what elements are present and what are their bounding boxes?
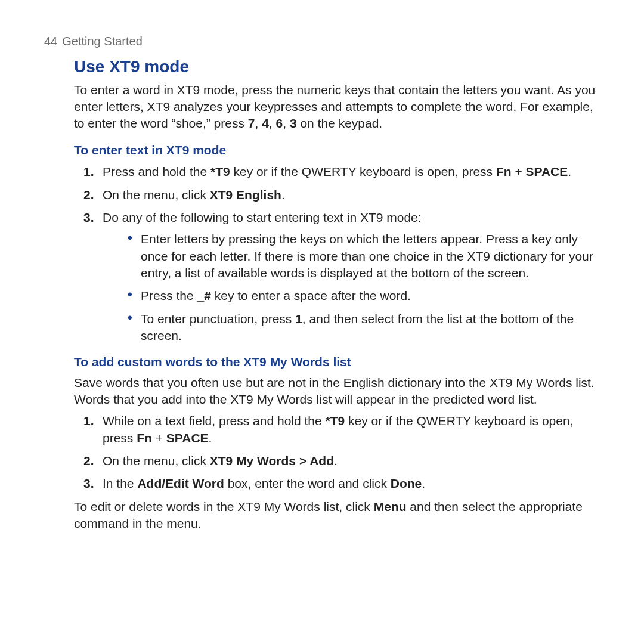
steps-enter-text: Press and hold the *T9 key or if the QWE…	[74, 163, 599, 344]
bullet-item: Enter letters by pressing the keys on wh…	[141, 231, 599, 281]
sub-bullets: Enter letters by pressing the keys on wh…	[103, 231, 599, 344]
bullet-item: Press the _# key to enter a space after …	[141, 287, 599, 304]
step-item: Do any of the following to start enterin…	[101, 209, 599, 344]
subsection-title-my-words: To add custom words to the XT9 My Words …	[74, 354, 599, 370]
page-header: 44Getting Started	[44, 33, 601, 49]
step-item: On the menu, click XT9 English.	[101, 187, 599, 203]
step-item: While on a text field, press and hold th…	[101, 413, 599, 447]
step-item: On the menu, click XT9 My Words > Add.	[101, 453, 599, 469]
sub2-outro: To edit or delete words in the XT9 My Wo…	[74, 499, 599, 532]
section-intro: To enter a word in XT9 mode, press the n…	[74, 82, 599, 132]
chapter-name: Getting Started	[62, 35, 143, 48]
page-content: Use XT9 mode To enter a word in XT9 mode…	[74, 55, 599, 532]
step-item: In the Add/Edit Word box, enter the word…	[101, 475, 599, 492]
steps-my-words: While on a text field, press and hold th…	[74, 413, 599, 492]
subsection-title-enter-text: To enter text in XT9 mode	[74, 142, 599, 159]
manual-page: 44Getting Started Use XT9 mode To enter …	[0, 0, 644, 644]
sub2-intro: Save words that you often use but are no…	[74, 374, 599, 408]
step-item: Press and hold the *T9 key or if the QWE…	[101, 163, 599, 180]
page-number: 44	[44, 35, 57, 48]
section-title: Use XT9 mode	[74, 55, 599, 78]
bullet-item: To enter punctuation, press 1, and then …	[141, 311, 599, 345]
